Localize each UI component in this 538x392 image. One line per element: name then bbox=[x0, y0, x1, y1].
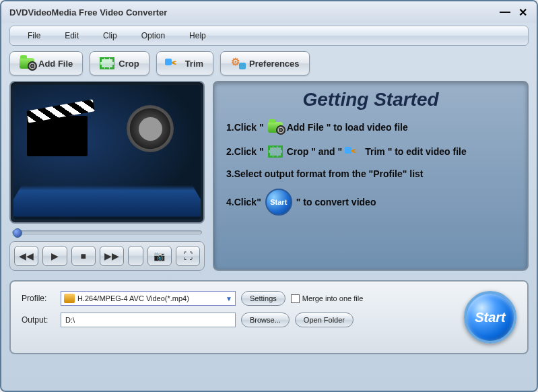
rewind-button[interactable]: ◀◀ bbox=[14, 246, 38, 266]
crop-button[interactable]: Crop bbox=[90, 51, 149, 75]
crop-label: Crop bbox=[119, 59, 139, 69]
stop-button[interactable]: ■ bbox=[71, 246, 96, 266]
gear-icon bbox=[230, 57, 245, 70]
preview-image bbox=[13, 85, 201, 220]
help-text: Trim " to edit video file bbox=[365, 146, 467, 157]
trim-button[interactable]: Trim bbox=[156, 51, 213, 75]
merge-checkbox[interactable] bbox=[291, 294, 300, 303]
slider-thumb[interactable] bbox=[13, 228, 22, 238]
help-step-4: 4.Click" Start " to convert video bbox=[226, 189, 515, 216]
merge-checkbox-row[interactable]: Merge into one file bbox=[291, 294, 364, 303]
browse-button[interactable]: Browse... bbox=[241, 313, 290, 327]
play-button[interactable]: ▶ bbox=[42, 246, 67, 266]
snapshot-button[interactable]: 📷 bbox=[147, 246, 172, 266]
profile-row: Profile: H.264/MPEG-4 AVC Video(*.mp4) ▼… bbox=[22, 291, 455, 306]
close-button[interactable]: ✕ bbox=[516, 6, 529, 18]
trim-label: Trim bbox=[185, 59, 203, 69]
menu-option[interactable]: Option bbox=[129, 28, 177, 43]
main-area: ◀◀ ▶ ■ ▶▶ 📷 ⛶ Getting Started 1.Click " … bbox=[1, 81, 537, 276]
getting-started-panel: Getting Started 1.Click " Add File " to … bbox=[213, 81, 529, 271]
title-bar: DVDVideoMedia Free Video Converter — ✕ bbox=[1, 1, 537, 23]
forward-button[interactable]: ▶▶ bbox=[100, 246, 124, 266]
film-reel-icon bbox=[127, 105, 174, 152]
scissors-icon bbox=[166, 57, 181, 70]
menu-help[interactable]: Help bbox=[177, 28, 218, 43]
output-label: Output: bbox=[22, 315, 55, 325]
add-file-label: Add File bbox=[38, 59, 73, 69]
output-row: Output: Browse... Open Folder bbox=[22, 313, 455, 327]
bottom-panel: Profile: H.264/MPEG-4 AVC Video(*.mp4) ▼… bbox=[9, 280, 529, 354]
menu-edit[interactable]: Edit bbox=[53, 28, 91, 43]
crop-icon bbox=[100, 57, 114, 70]
minimize-button[interactable]: — bbox=[499, 6, 511, 18]
crop-icon bbox=[267, 144, 284, 159]
preview-pane: ◀◀ ▶ ■ ▶▶ 📷 ⛶ bbox=[9, 81, 205, 271]
clapperboard-icon bbox=[27, 105, 94, 159]
help-step-3: 3.Select output format from the "Profile… bbox=[226, 168, 515, 179]
preferences-label: Preferences bbox=[249, 59, 299, 69]
help-title: Getting Started bbox=[226, 89, 515, 110]
menu-clip[interactable]: Clip bbox=[91, 28, 129, 43]
preview-frame bbox=[9, 81, 205, 224]
help-step-1: 1.Click " Add File " to load video file bbox=[226, 120, 515, 135]
merge-label: Merge into one file bbox=[302, 294, 364, 302]
menu-file[interactable]: File bbox=[15, 28, 53, 43]
preferences-button[interactable]: Preferences bbox=[220, 51, 309, 75]
menu-bar: File Edit Clip Option Help bbox=[9, 26, 529, 46]
scissors-icon bbox=[345, 144, 362, 159]
chevron-down-icon: ▼ bbox=[226, 295, 232, 302]
film-strip-icon bbox=[13, 185, 201, 216]
start-icon: Start bbox=[265, 189, 292, 216]
fullscreen-button[interactable]: ⛶ bbox=[176, 246, 200, 266]
profile-value: H.264/MPEG-4 AVC Video(*.mp4) bbox=[77, 294, 189, 302]
open-folder-button[interactable]: Open Folder bbox=[295, 313, 354, 327]
profile-dropdown[interactable]: H.264/MPEG-4 AVC Video(*.mp4) ▼ bbox=[61, 291, 236, 306]
folder-icon bbox=[20, 57, 34, 70]
playback-controls: ◀◀ ▶ ■ ▶▶ 📷 ⛶ bbox=[9, 241, 205, 271]
seek-slider[interactable] bbox=[9, 229, 205, 236]
help-text: Crop " and " bbox=[287, 146, 343, 157]
help-text: 2.Click " bbox=[226, 146, 264, 157]
toolbar: Add File Crop Trim Preferences bbox=[1, 48, 537, 81]
help-text: " to convert video bbox=[296, 197, 376, 207]
app-window: DVDVideoMedia Free Video Converter — ✕ F… bbox=[0, 0, 538, 392]
folder-icon bbox=[267, 120, 284, 135]
help-text: 1.Click " bbox=[226, 122, 264, 133]
help-text: Add File " to load video file bbox=[287, 122, 408, 133]
bottom-fields: Profile: H.264/MPEG-4 AVC Video(*.mp4) ▼… bbox=[22, 291, 455, 334]
help-step-2: 2.Click " Crop " and " Trim " to edit vi… bbox=[226, 144, 515, 159]
help-text: 4.Click" bbox=[226, 197, 261, 207]
format-icon bbox=[64, 294, 75, 303]
window-title: DVDVideoMedia Free Video Converter bbox=[9, 7, 494, 18]
profile-label: Profile: bbox=[22, 294, 55, 303]
add-file-button[interactable]: Add File bbox=[9, 51, 83, 75]
settings-button[interactable]: Settings bbox=[241, 291, 285, 306]
output-input[interactable] bbox=[61, 313, 236, 327]
start-button[interactable]: Start bbox=[464, 291, 516, 344]
control-spacer bbox=[128, 246, 143, 266]
